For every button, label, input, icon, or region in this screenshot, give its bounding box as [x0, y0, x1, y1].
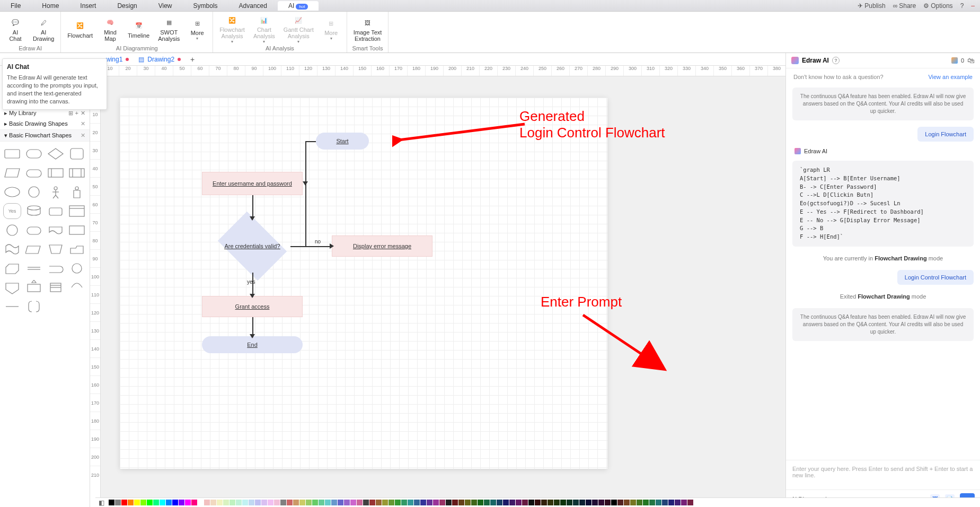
color-swatch[interactable] — [452, 500, 458, 505]
shape-stencil-23[interactable] — [68, 241, 86, 257]
color-swatch[interactable] — [382, 500, 388, 505]
color-swatch[interactable] — [115, 500, 121, 505]
shape-stencil-14[interactable] — [47, 203, 65, 219]
color-swatch[interactable] — [268, 500, 273, 505]
menu-file[interactable]: File — [0, 1, 31, 11]
color-swatch[interactable] — [541, 500, 547, 505]
fc-error[interactable]: Display error message — [332, 235, 432, 257]
color-swatch[interactable] — [274, 500, 280, 505]
fc-input[interactable]: Enter username and password — [202, 172, 303, 195]
color-swatch[interactable] — [490, 500, 496, 505]
color-swatch[interactable] — [649, 500, 655, 505]
color-swatch[interactable] — [389, 500, 394, 505]
shape-stencil-18[interactable] — [47, 222, 65, 238]
color-swatch[interactable] — [261, 500, 267, 505]
color-swatch[interactable] — [592, 500, 598, 505]
color-swatch[interactable] — [439, 500, 445, 505]
color-swatch[interactable] — [503, 500, 509, 505]
shape-stencil-25[interactable] — [25, 260, 43, 276]
color-swatch[interactable] — [287, 500, 293, 505]
color-swatch[interactable] — [567, 500, 572, 505]
color-swatch[interactable] — [522, 500, 528, 505]
color-swatch[interactable] — [414, 500, 420, 505]
shape-stencil-29[interactable] — [25, 279, 43, 295]
color-swatch[interactable] — [687, 500, 693, 505]
flowchart-analysis[interactable]: 🔀FlowchartAnalysis▾ — [216, 13, 248, 45]
shape-stencil-15[interactable] — [68, 203, 86, 219]
color-swatch[interactable] — [662, 500, 668, 505]
color-swatch[interactable] — [147, 500, 153, 505]
chart-analysis[interactable]: 📊ChartAnalysis▾ — [250, 13, 278, 45]
color-swatch[interactable] — [185, 500, 191, 505]
shape-stencil-2[interactable] — [47, 146, 65, 162]
shape-stencil-30[interactable] — [47, 279, 65, 295]
shape-stencil-7[interactable] — [68, 165, 86, 181]
menu-advanced[interactable]: Advanced — [228, 1, 278, 11]
color-swatch[interactable] — [656, 500, 661, 505]
basic-drawing-shapes-header[interactable]: ▸ Basic Drawing Shapes ✕ — [0, 118, 90, 130]
menu-design[interactable]: Design — [107, 1, 147, 11]
shape-stencil-19[interactable] — [68, 222, 86, 238]
mind-map[interactable]: 🧠MindMap — [98, 13, 122, 45]
image-text-extraction[interactable]: 🖼Image TextExtraction — [350, 13, 385, 45]
color-swatch[interactable] — [471, 500, 477, 505]
shape-stencil-0[interactable] — [3, 146, 21, 162]
color-swatch[interactable] — [668, 500, 674, 505]
shape-stencil-32[interactable] — [3, 299, 21, 314]
color-swatch[interactable] — [535, 500, 541, 505]
color-swatch[interactable] — [109, 500, 114, 505]
color-swatch[interactable] — [681, 500, 687, 505]
color-swatch[interactable] — [446, 500, 452, 505]
shape-stencil-9[interactable] — [25, 184, 43, 200]
color-swatch[interactable] — [509, 500, 515, 505]
color-swatch[interactable] — [560, 500, 566, 505]
color-swatch[interactable] — [223, 500, 229, 505]
color-swatch[interactable] — [579, 500, 585, 505]
ai-conversation[interactable]: The continuous Q&A feature has been enab… — [786, 85, 980, 460]
menu-ai[interactable]: AIhot — [278, 1, 319, 11]
color-swatch[interactable] — [160, 500, 165, 505]
color-swatch[interactable] — [121, 500, 127, 505]
shape-stencil-11[interactable] — [68, 184, 86, 200]
color-swatch[interactable] — [325, 500, 331, 505]
color-swatch[interactable] — [528, 500, 534, 505]
shape-stencil-5[interactable] — [25, 165, 43, 181]
fc-start[interactable]: Start — [316, 133, 369, 150]
canvas[interactable]: Start Enter username and password Are cr… — [101, 76, 785, 507]
page[interactable]: Start Enter username and password Are cr… — [120, 98, 607, 469]
color-swatch[interactable] — [369, 500, 375, 505]
shape-stencil-17[interactable] — [25, 222, 43, 238]
shape-stencil-8[interactable] — [3, 184, 21, 200]
color-swatch[interactable] — [179, 500, 184, 505]
color-swatch[interactable] — [204, 500, 210, 505]
color-swatch[interactable] — [198, 500, 204, 505]
color-swatch[interactable] — [249, 500, 254, 505]
shape-stencil-10[interactable] — [47, 184, 65, 200]
help-button[interactable]: ? — [960, 2, 964, 10]
menu-view[interactable]: View — [148, 1, 183, 11]
close-icon[interactable]: ✕ — [81, 132, 85, 139]
fc-grant[interactable]: Grant access — [202, 296, 303, 317]
color-swatch[interactable] — [586, 500, 591, 505]
window-min-icon[interactable]: – — [971, 2, 975, 10]
color-swatch[interactable] — [140, 500, 146, 505]
color-swatch[interactable] — [153, 500, 159, 505]
color-swatch[interactable] — [637, 500, 642, 505]
shape-stencil-27[interactable] — [68, 260, 86, 276]
color-swatch[interactable] — [433, 500, 439, 505]
color-swatch[interactable] — [217, 500, 223, 505]
more-analysis[interactable]: ⊞More▾ — [319, 13, 343, 45]
shape-stencil-28[interactable] — [3, 279, 21, 295]
color-swatch[interactable] — [554, 500, 560, 505]
color-swatch[interactable] — [376, 500, 382, 505]
color-swatch[interactable] — [191, 500, 197, 505]
color-swatch[interactable] — [242, 500, 248, 505]
color-swatch[interactable] — [420, 500, 426, 505]
color-swatch[interactable] — [166, 500, 172, 505]
gantt-analysis[interactable]: 📈Gantt ChartAnalysis▾ — [280, 13, 317, 45]
help-icon[interactable]: ? — [832, 57, 840, 64]
lib-plus-icon[interactable]: + — [75, 110, 78, 117]
fill-icon[interactable]: ◧ — [99, 499, 106, 506]
color-swatch[interactable] — [458, 500, 464, 505]
color-swatch[interactable] — [331, 500, 337, 505]
